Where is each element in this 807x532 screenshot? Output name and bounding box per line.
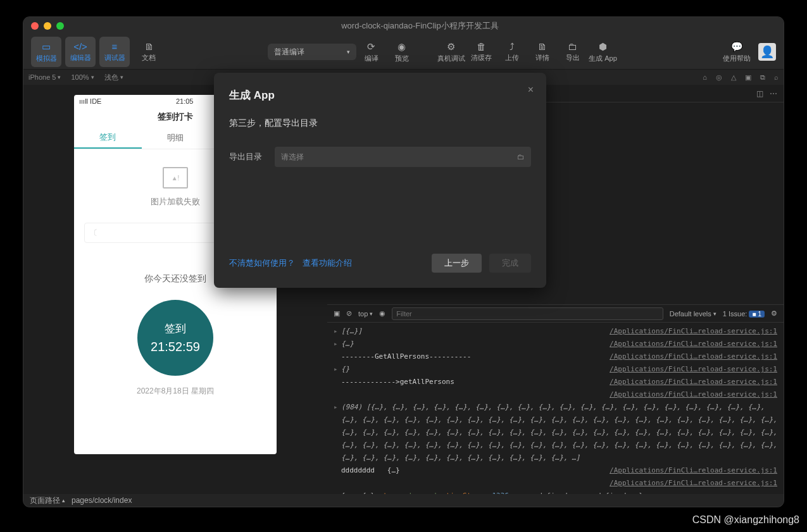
docs-button[interactable]: 🗎文档 [134, 37, 164, 67]
issues-text: 1 Issue: [723, 310, 748, 318]
export-dir-row: 导出目录 请选择 🗀 [229, 147, 531, 167]
main-toolbar: ▭模拟器 </>编辑器 ≡调试器 🗎文档 普通编译▾ ⟳编译 ◉预览 ⚙真机调试… [23, 35, 784, 70]
export-dir-placeholder: 请选择 [281, 152, 304, 163]
remote-debug-button[interactable]: ⚙真机调试 [436, 37, 466, 67]
window-title: word-clock-qiandao-FinClip小程序开发工具 [64, 20, 776, 32]
minimize-button[interactable] [44, 22, 51, 30]
page-path-value: pages/clock/index [72, 496, 132, 505]
checkin-label: 签到 [165, 321, 186, 336]
maximize-button[interactable] [56, 22, 64, 30]
log-msg: ------------->getAllPersons [341, 376, 610, 388]
folder-icon[interactable]: 🗀 [517, 152, 525, 161]
log-src[interactable]: /Applications/FinCli…reload-service.js:1 [610, 363, 777, 376]
log-src[interactable]: /Applications/FinCli…reload-service.js:1 [610, 477, 777, 490]
search-icon[interactable]: ⌕ [774, 73, 779, 81]
bug-icon: ⚙ [447, 41, 455, 53]
compile-button[interactable]: ⟳编译 [356, 37, 387, 67]
upload-button[interactable]: ⤴上传 [497, 37, 527, 67]
compile-mode-value: 普通编译 [274, 47, 304, 58]
export-button[interactable]: 🗀导出 [558, 37, 588, 67]
log-msg: dddddddd {…} [341, 464, 610, 477]
details-button[interactable]: 🗎详情 [527, 37, 558, 67]
chevron-down-icon: ▾ [120, 74, 123, 80]
clear-console-icon[interactable]: ⊘ [346, 309, 352, 318]
done-button: 完成 [489, 254, 531, 273]
code-icon: </> [73, 41, 87, 52]
log-msg [341, 388, 610, 401]
more-icon[interactable]: ⋯ [770, 89, 777, 98]
theme-select[interactable]: 浅色▾ [104, 73, 123, 82]
preview-label: 预览 [395, 54, 409, 63]
console-filter-input[interactable] [392, 307, 663, 320]
location-icon[interactable]: ◎ [716, 73, 722, 82]
help-link-1[interactable]: 不清楚如何使用？ [229, 257, 295, 269]
live-expr-icon[interactable]: ◉ [379, 309, 385, 318]
issues-label[interactable]: 1 Issue: ■ 1 [723, 310, 765, 318]
console-output[interactable]: ▸[{…}]/Applications/FinCli…reload-servic… [327, 323, 784, 494]
preview-button[interactable]: ◉预览 [387, 37, 417, 67]
upload-label: 上传 [505, 53, 519, 63]
traffic-lights [31, 22, 64, 30]
modal-footer: 不清楚如何使用？ 查看功能介绍 上一步 完成 [229, 254, 531, 273]
compile-mode-select[interactable]: 普通编译▾ [268, 44, 356, 60]
log-msg [341, 477, 610, 490]
help-label: 使用帮助 [723, 54, 751, 63]
modal-close-button[interactable]: × [528, 84, 534, 96]
settings-icon[interactable]: ⚙ [771, 309, 777, 318]
levels-value: Default levels [670, 310, 711, 318]
tab-checkin[interactable]: 签到 [74, 127, 142, 149]
image-fail-label: 图片加载失败 [151, 196, 200, 207]
remote-debug-label: 真机调试 [437, 54, 465, 63]
log-src[interactable]: /Applications/FinCli…reload-service.js:1 [610, 376, 777, 388]
copy-icon[interactable]: ⧉ [760, 73, 765, 82]
simulator-label: 模拟器 [36, 54, 57, 63]
device-select[interactable]: iPhone 5▾ [28, 73, 61, 81]
docs-label: 文档 [142, 53, 156, 63]
log-src[interactable]: /Applications/FinCli…reload-service.js:1 [610, 325, 777, 338]
debugger-tab[interactable]: ≡调试器 [99, 37, 130, 67]
carrier-label: ıııll IDE [79, 97, 101, 105]
chevron-down-icon: ▾ [91, 74, 94, 80]
status-time: 21:05 [176, 97, 194, 105]
page-path-label: 页面路径 [30, 495, 60, 506]
help-button[interactable]: 💬使用帮助 [722, 37, 752, 67]
generate-app-button[interactable]: ⬢生成 App [588, 37, 618, 67]
context-select[interactable]: top▾ [358, 310, 373, 318]
page-path-toggle[interactable]: 页面路径 ▴ [30, 495, 65, 506]
nav-title-label: 签到打卡 [158, 111, 193, 123]
clear-cache-button[interactable]: 🗑清缓存 [466, 37, 497, 67]
device-value: iPhone 5 [28, 73, 56, 81]
generate-app-modal: 生成 App × 第三步，配置导出目录 导出目录 请选择 🗀 不清楚如何使用？ … [214, 73, 546, 288]
cut-icon[interactable]: ▣ [745, 73, 751, 82]
user-avatar[interactable]: 👤 [758, 43, 776, 61]
simulator-tab[interactable]: ▭模拟器 [31, 37, 61, 67]
zoom-value: 100% [71, 73, 89, 81]
tab-detail[interactable]: 明细 [142, 127, 210, 149]
prev-button[interactable]: 上一步 [432, 254, 482, 273]
close-button[interactable] [31, 22, 39, 30]
modal-title: 生成 App [229, 88, 531, 102]
help-link-2[interactable]: 查看功能介绍 [303, 257, 352, 269]
log-src[interactable]: /Applications/FinCli…reload-service.js:1 [610, 388, 777, 401]
doc-icon: 🗎 [144, 41, 154, 52]
levels-select[interactable]: Default levels▾ [670, 310, 716, 318]
theme-value: 浅色 [104, 73, 118, 82]
log-final: {mp: {…}, type: 'error', timeStamp: 1236… [341, 490, 777, 494]
checkin-button[interactable]: 签到 21:52:59 [137, 300, 213, 376]
log-src[interactable]: /Applications/FinCli…reload-service.js:1 [610, 338, 777, 350]
cloud-icon[interactable]: △ [731, 73, 736, 82]
chevron-down-icon: ▾ [58, 74, 61, 80]
split-editor-icon[interactable]: ◫ [756, 89, 763, 98]
devtools-console: ▣ ⊘ top▾ ◉ Default levels▾ 1 Issue: ■ 1 … [327, 304, 784, 494]
modal-subtitle: 第三步，配置导出目录 [229, 118, 531, 129]
editor-tab[interactable]: </>编辑器 [65, 37, 96, 67]
toggle-element-icon[interactable]: ▣ [334, 309, 340, 318]
refresh-icon: ⟳ [367, 41, 375, 53]
compile-label: 编译 [365, 54, 378, 63]
zoom-select[interactable]: 100%▾ [71, 73, 94, 81]
sliders-icon: ≡ [112, 41, 118, 52]
log-src[interactable]: /Applications/FinCli…reload-service.js:1 [610, 350, 777, 363]
home-icon[interactable]: ⌂ [703, 73, 707, 81]
log-src[interactable]: /Applications/FinCli…reload-service.js:1 [610, 464, 777, 477]
export-dir-input[interactable]: 请选择 🗀 [275, 147, 531, 167]
